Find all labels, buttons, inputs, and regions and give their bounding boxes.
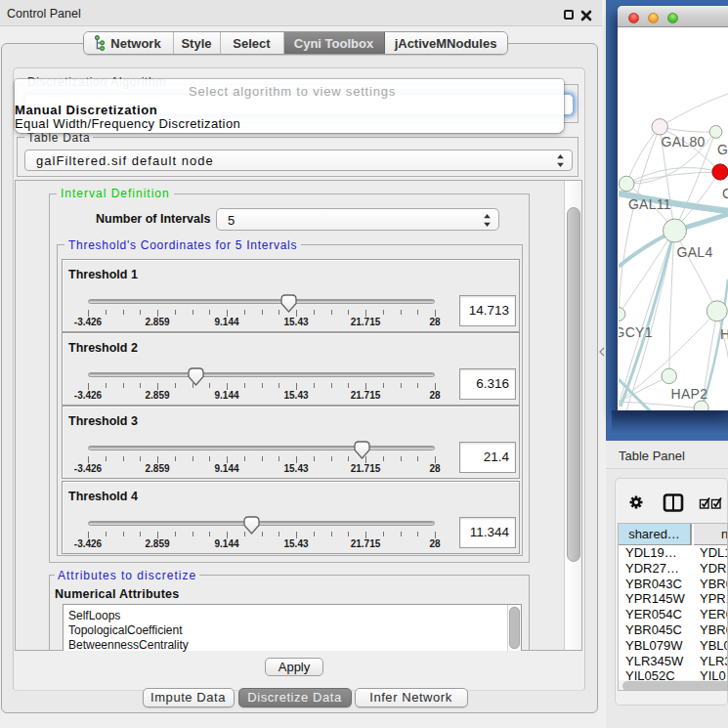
svg-text:H: H [720, 326, 728, 342]
svg-text:GAL11: GAL11 [628, 196, 671, 212]
svg-text:GCY1: GCY1 [619, 324, 653, 340]
svg-text:C: C [722, 186, 728, 201]
svg-text:HAP2: HAP2 [671, 386, 708, 402]
svg-text:GAL80: GAL80 [662, 134, 706, 150]
svg-text:GA: GA [717, 142, 728, 157]
svg-text:GAL4: GAL4 [677, 244, 713, 260]
